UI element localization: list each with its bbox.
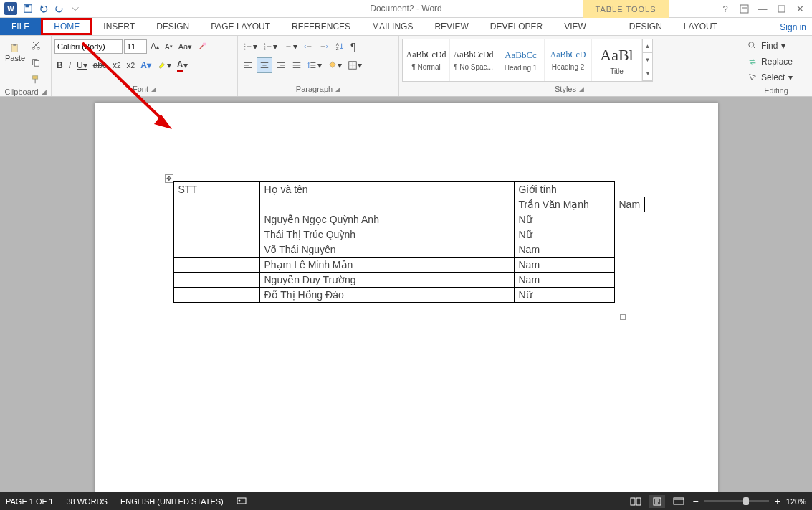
tab-tabletools-layout[interactable]: LAYOUT	[673, 18, 728, 35]
paste-button[interactable]: Paste	[3, 37, 27, 69]
macro-recording-icon[interactable]	[237, 496, 247, 507]
tab-insert[interactable]: INSERT	[92, 18, 145, 35]
replace-button[interactable]: Replace	[747, 55, 793, 69]
cut-button[interactable]	[29, 37, 43, 53]
copy-button[interactable]	[29, 55, 43, 70]
table-resize-handle[interactable]	[620, 314, 626, 320]
shading-button[interactable]: ▾	[325, 57, 344, 73]
tab-references[interactable]: REFERENCES	[281, 18, 361, 35]
tabletools-contextual-label: TABLE TOOLS	[583, 0, 669, 18]
zoom-level[interactable]: 120%	[786, 497, 806, 506]
find-button[interactable]: Find ▾	[747, 39, 793, 53]
tab-pagelayout[interactable]: PAGE LAYOUT	[200, 18, 281, 35]
data-table[interactable]: STT Họ và tên Giới tính Trần Văn MạnhNam…	[173, 181, 646, 303]
tab-developer[interactable]: DEVELOPER	[479, 18, 553, 35]
zoom-slider[interactable]	[704, 500, 769, 502]
view-print-button[interactable]	[649, 495, 665, 508]
table-row: Trần Văn MạnhNam	[173, 197, 645, 212]
undo-button[interactable]	[36, 1, 52, 16]
title-bar: W Document2 - Word TABLE TOOLS ? — ✕	[0, 0, 812, 18]
style-nospacing[interactable]: AaBbCcDd¶ No Spac...	[450, 39, 497, 81]
show-marks-button[interactable]: ¶	[348, 39, 358, 55]
svg-rect-4	[12, 45, 18, 52]
italic-button[interactable]: I	[67, 57, 73, 73]
text-effects-button[interactable]: A▾	[138, 57, 153, 73]
styles-group-label: Styles	[555, 85, 576, 93]
table-move-handle[interactable]: ✥	[165, 174, 173, 183]
header-name[interactable]: Họ và tên	[259, 182, 514, 197]
line-spacing-button[interactable]: ▾	[305, 57, 324, 73]
view-read-button[interactable]	[628, 495, 644, 508]
group-clipboard: Paste Clipboard◢	[0, 36, 52, 96]
tab-mailings[interactable]: MAILINGS	[361, 18, 424, 35]
superscript-button[interactable]: x2	[125, 57, 138, 73]
align-left-button[interactable]	[241, 57, 255, 73]
bold-button[interactable]: B	[54, 57, 65, 73]
styles-scroll[interactable]: ▲▼▾	[642, 39, 652, 81]
numbering-button[interactable]: 123▾	[261, 39, 280, 55]
maximize-button[interactable]	[772, 1, 790, 16]
justify-button[interactable]	[290, 57, 304, 73]
group-paragraph: ▾ 123▾ ▾ AZ ¶ ▾ ▾ ▾ Paragraph◢	[238, 36, 399, 96]
view-web-button[interactable]	[671, 495, 687, 508]
style-heading1[interactable]: AaBbCcHeading 1	[497, 39, 545, 81]
tab-tabletools-design[interactable]: DESIGN	[618, 18, 673, 35]
zoom-in-button[interactable]: +	[775, 496, 780, 507]
customize-qat-button[interactable]	[67, 1, 83, 16]
status-language[interactable]: ENGLISH (UNITED STATES)	[120, 497, 224, 506]
tab-view[interactable]: VIEW	[553, 18, 597, 35]
font-color-button[interactable]: A▾	[175, 57, 190, 73]
align-center-button[interactable]	[257, 57, 272, 73]
signin-link[interactable]: Sign in	[780, 18, 806, 36]
zoom-out-button[interactable]: −	[692, 496, 698, 507]
styles-dialog-launcher[interactable]: ◢	[579, 85, 584, 93]
select-button[interactable]: Select ▾	[747, 70, 793, 85]
close-button[interactable]: ✕	[790, 1, 809, 16]
multilevel-list-button[interactable]: ▾	[281, 39, 300, 55]
page[interactable]: ✥ STT Họ và tên Giới tính Trần Văn MạnhN…	[95, 103, 718, 492]
tab-home[interactable]: HOME	[41, 18, 92, 35]
strikethrough-button[interactable]: abc	[91, 57, 109, 73]
clipboard-dialog-launcher[interactable]: ◢	[42, 88, 47, 95]
font-name-input[interactable]	[54, 39, 123, 54]
decrease-indent-button[interactable]	[301, 39, 315, 55]
style-normal[interactable]: AaBbCcDd¶ Normal	[403, 39, 450, 81]
svg-rect-27	[636, 498, 641, 505]
status-page[interactable]: PAGE 1 OF 1	[6, 497, 53, 506]
bullets-button[interactable]: ▾	[241, 39, 259, 55]
borders-button[interactable]: ▾	[345, 57, 364, 73]
svg-rect-10	[33, 76, 38, 79]
font-size-input[interactable]	[124, 39, 147, 54]
highlight-button[interactable]: ▾	[155, 57, 173, 73]
svg-point-21	[749, 42, 754, 47]
font-dialog-launcher[interactable]: ◢	[151, 85, 156, 93]
style-heading2[interactable]: AaBbCcDHeading 2	[545, 39, 592, 81]
save-button[interactable]	[20, 1, 36, 16]
document-area[interactable]: ✥ STT Họ và tên Giới tính Trần Văn MạnhN…	[0, 97, 812, 492]
shrink-font-button[interactable]: A▾	[163, 39, 175, 55]
header-gender[interactable]: Giới tính	[514, 182, 614, 197]
status-words[interactable]: 38 WORDS	[66, 497, 107, 506]
sort-button[interactable]: AZ	[333, 39, 347, 55]
redo-button[interactable]	[52, 1, 67, 16]
table-header-row: STT Họ và tên Giới tính	[173, 182, 645, 197]
minimize-button[interactable]: —	[753, 1, 772, 16]
underline-button[interactable]: U▾	[75, 57, 90, 73]
align-right-button[interactable]	[274, 57, 288, 73]
increase-indent-button[interactable]	[317, 39, 331, 55]
paragraph-dialog-launcher[interactable]: ◢	[335, 85, 340, 93]
style-title[interactable]: AaBlTitle	[592, 39, 642, 81]
svg-rect-2	[740, 5, 748, 13]
grow-font-button[interactable]: A▴	[148, 39, 161, 55]
ribbon-options-button[interactable]	[735, 1, 753, 16]
change-case-button[interactable]: Aa▾	[176, 39, 194, 55]
tab-design[interactable]: DESIGN	[145, 18, 200, 35]
header-stt[interactable]: STT	[173, 182, 259, 197]
tab-review[interactable]: REVIEW	[424, 18, 479, 35]
clear-formatting-button[interactable]	[196, 39, 210, 55]
format-painter-button[interactable]	[29, 72, 43, 88]
styles-gallery[interactable]: AaBbCcDd¶ Normal AaBbCcDd¶ No Spac... Aa…	[402, 39, 653, 82]
subscript-button[interactable]: x2	[110, 57, 123, 73]
help-button[interactable]: ?	[716, 1, 735, 16]
tab-file[interactable]: FILE	[0, 18, 41, 35]
